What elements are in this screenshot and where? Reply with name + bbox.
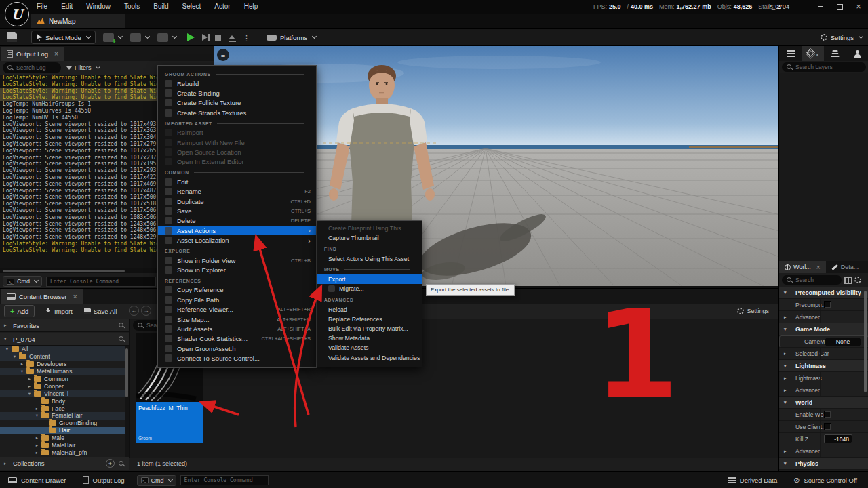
blueprints-icon[interactable] — [130, 33, 141, 42]
expander-icon[interactable]: ▸ — [34, 450, 40, 455]
tree-item[interactable]: GroomBinding — [0, 420, 125, 427]
expander-icon[interactable]: ▸ — [784, 351, 791, 357]
cmd-dropdown[interactable]: Cmd — [3, 276, 42, 287]
property-row[interactable]: ▾ Physics — [779, 458, 868, 470]
select-mode-dropdown[interactable]: Select Mode — [31, 30, 96, 44]
expander-icon[interactable]: ▾ — [784, 290, 791, 296]
add-layer-tab[interactable] — [846, 46, 868, 61]
expander-icon[interactable]: ▾ — [4, 346, 10, 352]
details-search-box[interactable] — [782, 275, 842, 285]
menu-item[interactable]: Export... — [317, 274, 422, 284]
property-row[interactable]: ▾ Game Mode — [779, 323, 868, 336]
tree-item[interactable]: ▸ Developers — [0, 361, 125, 368]
tree-item[interactable]: ▾ MetaHumans — [0, 368, 125, 375]
tree-item[interactable]: ▸ Cooper — [0, 382, 125, 390]
menu-item[interactable]: Migrate... — [317, 284, 422, 293]
menu-item[interactable]: Reimport With New File — [158, 138, 316, 147]
log-search-input[interactable] — [16, 64, 57, 71]
close-icon[interactable] — [814, 264, 821, 271]
expander-icon[interactable]: ▾ — [12, 354, 18, 359]
tree-item[interactable]: ▸ Male — [0, 434, 125, 442]
status-cmd-dropdown[interactable]: Cmd — [137, 475, 176, 486]
expander-icon[interactable]: ▾ — [784, 327, 791, 332]
source-control-button[interactable]: Source Control Off — [785, 472, 865, 488]
menu-item[interactable]: Create Follicle Texture — [158, 98, 316, 108]
menu-item[interactable]: Duplicate CTRL+D — [158, 197, 316, 206]
menu-item[interactable]: Shader Cook Statistics... CTRL+ALT+SHIFT… — [158, 334, 316, 344]
menu-bar-item[interactable]: Actor — [208, 0, 237, 14]
menu-item[interactable]: Size Map... ALT+SHIFT+M — [158, 314, 316, 324]
viewport-menu-button[interactable] — [217, 49, 229, 61]
property-row[interactable]: ▸ Advanced — [779, 384, 868, 396]
favorites-header[interactable]: ▸ Favorites — [0, 319, 129, 332]
tree-item[interactable]: Body — [0, 397, 125, 405]
menu-item[interactable]: Asset Actions — [158, 226, 316, 235]
close-icon[interactable] — [52, 50, 58, 58]
expander-icon[interactable]: ▸ — [34, 406, 40, 411]
search-icon[interactable] — [118, 336, 125, 342]
tree-item[interactable]: ▸ MaleHair_pfn — [0, 449, 125, 456]
content-drawer-button[interactable]: Content Drawer — [0, 472, 75, 488]
menu-item[interactable]: Open GroomAsset.h — [158, 344, 316, 353]
search-icon[interactable] — [118, 460, 125, 467]
menu-bar-item[interactable]: Build — [146, 0, 175, 14]
menu-bar-item[interactable]: Tools — [117, 0, 146, 14]
chevron-down-icon[interactable] — [145, 34, 150, 39]
menu-item[interactable]: Select Actors Using This Asset — [317, 254, 422, 264]
menu-bar-item[interactable]: Window — [79, 0, 117, 14]
menu-item[interactable]: Rename F2 — [158, 187, 316, 197]
menu-item[interactable]: Show in Folder View CTRL+B — [158, 256, 316, 265]
back-button[interactable]: ← — [129, 306, 139, 316]
property-row[interactable]: Kill Z -1048 -1048 — [779, 433, 868, 445]
menu-bar-item[interactable]: Edit — [54, 0, 79, 14]
expander-icon[interactable]: ▾ — [784, 363, 791, 369]
menu-item[interactable]: Show in Explorer — [158, 265, 316, 274]
property-row[interactable]: ▾ World — [779, 396, 868, 409]
expander-icon[interactable]: ▸ — [26, 376, 33, 382]
menu-item[interactable]: Open In External Editor — [158, 157, 316, 167]
expander-icon[interactable]: ▸ — [19, 361, 25, 367]
gear-icon[interactable] — [854, 277, 861, 283]
close-icon[interactable] — [71, 293, 77, 300]
menu-bar-item[interactable]: Select — [176, 0, 208, 14]
step-button[interactable] — [202, 34, 208, 41]
expander-icon[interactable]: ▾ — [784, 461, 791, 466]
expander-icon[interactable]: ▾ — [34, 413, 40, 418]
layers-search-box[interactable] — [782, 62, 866, 72]
expander-icon[interactable]: ▸ — [784, 375, 791, 381]
menu-item[interactable]: Show Metadata — [317, 333, 422, 343]
property-checkbox[interactable] — [824, 301, 831, 308]
add-collection-button[interactable] — [106, 459, 115, 468]
menu-item[interactable]: Reload — [317, 305, 422, 314]
import-button[interactable]: Import — [45, 305, 73, 317]
menu-item[interactable]: Create Blueprint Using This... — [317, 224, 422, 233]
console-input-box[interactable] — [46, 277, 156, 287]
collections-header[interactable]: ▸ Collections — [0, 457, 129, 470]
menu-item[interactable]: Create Strands Textures — [158, 108, 316, 117]
stop-button[interactable] — [215, 35, 221, 41]
levels-tab[interactable] — [824, 46, 846, 61]
expander-icon[interactable]: ▸ — [784, 449, 791, 454]
layers-tab[interactable] — [802, 46, 824, 61]
search-icon[interactable] — [118, 322, 125, 329]
world-settings-tab[interactable]: Worl... — [779, 261, 826, 273]
menu-item[interactable]: Reference Viewer... ALT+SHIFT+R — [158, 304, 316, 314]
tree-item[interactable]: Hair — [0, 427, 125, 434]
status-output-log-button[interactable]: Output Log — [75, 472, 133, 488]
expander-icon[interactable]: ▾ — [19, 369, 25, 374]
menu-item[interactable]: Replace References — [317, 314, 422, 324]
chevron-down-icon[interactable] — [118, 34, 123, 39]
menu-item[interactable]: Edit... — [158, 177, 316, 186]
platforms-dropdown[interactable]: Platforms — [267, 30, 316, 44]
status-console-box[interactable] — [180, 475, 269, 485]
expander-icon[interactable]: ▸ — [784, 314, 791, 320]
console-input[interactable] — [50, 279, 152, 285]
save-icon[interactable] — [7, 32, 17, 42]
maximize-button[interactable] — [830, 0, 849, 14]
menu-item[interactable]: Connect To Source Control... — [158, 353, 316, 363]
property-row[interactable]: ▸ Advanced — [779, 311, 868, 323]
forward-button[interactable]: → — [141, 306, 151, 316]
tree-item[interactable]: ▾ Vincent_l — [0, 390, 125, 397]
menu-item[interactable]: Asset Localization — [158, 235, 316, 245]
expander-icon[interactable]: ▸ — [26, 384, 33, 389]
